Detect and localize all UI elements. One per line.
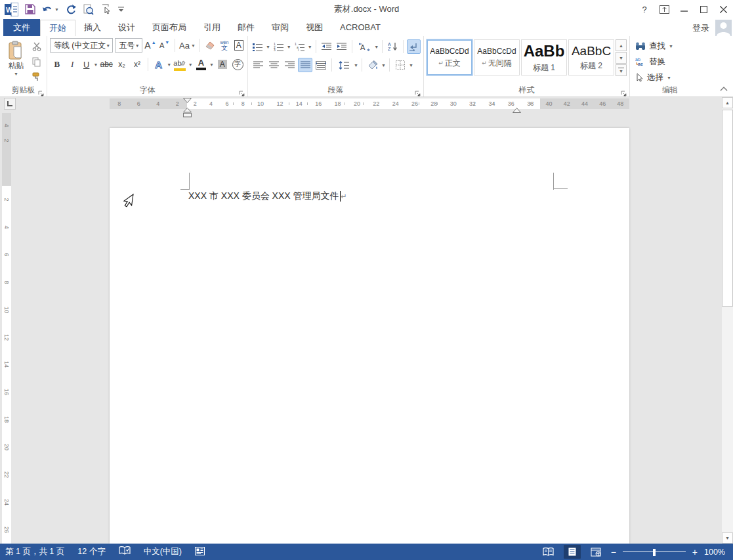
align-center-button[interactable] <box>266 58 281 72</box>
copy-button[interactable] <box>30 54 44 69</box>
bold-button[interactable]: B <box>50 57 64 72</box>
word-count[interactable]: 12 个字 <box>77 546 105 557</box>
zoom-slider[interactable] <box>623 548 686 556</box>
superscript-button[interactable]: x² <box>130 57 144 72</box>
close-button[interactable] <box>713 0 733 18</box>
subscript-button[interactable]: x₂ <box>115 57 129 72</box>
underline-button[interactable]: U <box>81 57 93 72</box>
borders-dropdown-icon[interactable]: ▼ <box>409 63 413 68</box>
scroll-up-button[interactable]: ▲ <box>722 97 733 108</box>
format-painter-button[interactable] <box>30 70 44 84</box>
document-text-line[interactable]: XXX 市 XXX 委员会 XXX 管理局文件↵ <box>188 190 347 202</box>
character-shading-button[interactable]: A <box>215 57 229 72</box>
clear-formatting-button[interactable] <box>204 38 217 53</box>
minimize-button[interactable] <box>674 0 694 18</box>
first-line-indent-marker[interactable] <box>183 98 192 103</box>
multilevel-list-button[interactable]: 1ai <box>293 39 306 54</box>
styles-dialog-launcher[interactable] <box>621 88 627 95</box>
print-preview-button[interactable] <box>83 4 94 15</box>
shading-dropdown-icon[interactable]: ▼ <box>381 63 386 68</box>
character-border-button[interactable]: A <box>232 38 245 53</box>
undo-button[interactable]: ▼ <box>42 5 59 14</box>
zoom-out-button[interactable]: − <box>611 547 616 557</box>
tab-acrobat[interactable]: ACROBAT <box>331 19 389 36</box>
customize-qat-button[interactable] <box>118 6 124 12</box>
underline-dropdown-icon[interactable]: ▼ <box>94 62 98 67</box>
style-no-spacing[interactable]: AaBbCcDd ↵无间隔 <box>474 39 520 75</box>
proofing-icon[interactable] <box>119 546 131 557</box>
tab-insert[interactable]: 插入 <box>75 19 110 36</box>
justify-button[interactable] <box>298 58 312 72</box>
tab-references[interactable]: 引用 <box>195 19 229 36</box>
styles-scroll-down-button[interactable]: ▼ <box>616 52 627 64</box>
collapse-ribbon-button[interactable] <box>720 82 728 94</box>
decrease-indent-button[interactable] <box>320 39 333 54</box>
zoom-level[interactable]: 100% <box>704 548 725 557</box>
clipboard-dialog-launcher[interactable] <box>38 88 45 95</box>
right-indent-marker[interactable] <box>513 108 521 113</box>
tab-mailings[interactable]: 邮件 <box>229 19 263 36</box>
help-button[interactable]: ? <box>635 0 654 18</box>
maximize-button[interactable] <box>694 0 713 18</box>
shading-button[interactable] <box>366 58 380 72</box>
zoom-in-button[interactable]: + <box>692 547 698 557</box>
find-button[interactable]: 查找▼ <box>633 38 707 54</box>
document-page[interactable]: XXX 市 XXX 委员会 XXX 管理局文件↵ <box>110 128 629 544</box>
text-effects-button[interactable]: A <box>152 57 165 72</box>
undo-dropdown-icon[interactable]: ▼ <box>54 7 59 12</box>
scrollbar-thumb[interactable] <box>722 110 733 307</box>
highlight-dropdown-icon[interactable]: ▼ <box>188 62 193 67</box>
ribbon-display-options-button[interactable] <box>654 0 674 18</box>
numbering-dropdown-icon[interactable]: ▼ <box>287 45 291 49</box>
style-heading2[interactable]: AaBbC 标题 2 <box>568 39 614 75</box>
tab-design[interactable]: 设计 <box>110 19 144 36</box>
zoom-handle[interactable] <box>653 549 656 556</box>
tab-view[interactable]: 视图 <box>297 19 331 36</box>
asian-layout-button[interactable]: A <box>355 39 373 54</box>
enclose-characters-button[interactable]: 字 <box>231 57 245 72</box>
styles-more-button[interactable]: ▼ <box>616 64 627 76</box>
change-case-button[interactable]: Aa▼ <box>179 38 196 53</box>
paste-button[interactable]: 粘贴 ▼ <box>3 38 30 76</box>
print-layout-button[interactable] <box>564 545 581 559</box>
tab-page-layout[interactable]: 页面布局 <box>144 19 195 36</box>
phonetic-guide-button[interactable]: wén文 <box>219 38 231 53</box>
redo-button[interactable] <box>66 4 76 14</box>
asian-layout-dropdown-icon[interactable]: ▼ <box>374 45 379 49</box>
read-mode-button[interactable] <box>540 545 557 559</box>
save-button[interactable] <box>25 4 35 14</box>
grow-font-button[interactable]: A▲ <box>144 38 157 53</box>
scroll-down-button[interactable]: ▼ <box>722 532 733 544</box>
tab-file[interactable]: 文件 <box>3 19 40 36</box>
highlight-color-button[interactable]: ab <box>173 57 186 72</box>
hanging-indent-marker[interactable] <box>183 108 192 118</box>
style-normal[interactable]: AaBbCcDd ↵正文 <box>427 39 472 75</box>
select-button[interactable]: 选择▼ <box>633 70 707 85</box>
bullets-dropdown-icon[interactable]: ▼ <box>266 45 270 49</box>
styles-scroll-up-button[interactable]: ▲ <box>616 39 627 51</box>
distribute-button[interactable] <box>314 58 328 72</box>
paste-dropdown-icon[interactable]: ▼ <box>14 72 18 76</box>
paragraph-dialog-launcher[interactable] <box>415 88 421 95</box>
line-spacing-button[interactable] <box>335 58 352 72</box>
cut-button[interactable] <box>30 39 44 54</box>
shrink-font-button[interactable]: A▼ <box>158 38 171 53</box>
tab-home[interactable]: 开始 <box>40 20 75 37</box>
web-layout-button[interactable] <box>587 545 604 559</box>
multilevel-dropdown-icon[interactable]: ▼ <box>308 45 312 49</box>
align-right-button[interactable] <box>282 58 297 72</box>
vertical-scrollbar[interactable]: ▲ ▼ <box>722 97 733 544</box>
font-name-combobox[interactable]: 等线 (中文正文▼ <box>50 38 113 53</box>
language-indicator[interactable]: 中文(中国) <box>144 546 182 557</box>
touch-mode-button[interactable] <box>100 4 112 14</box>
font-dialog-launcher[interactable] <box>239 88 245 95</box>
sign-in-link[interactable]: 登录 <box>692 22 709 34</box>
show-hide-marks-button[interactable] <box>407 39 421 54</box>
style-heading1[interactable]: AaBb 标题 1 <box>521 39 567 75</box>
text-effects-dropdown-icon[interactable]: ▼ <box>167 62 171 67</box>
font-size-combobox[interactable]: 五号▼ <box>115 38 142 53</box>
input-mode-icon[interactable] <box>195 547 205 557</box>
page-indicator[interactable]: 第 1 页，共 1 页 <box>5 546 64 557</box>
tab-selector[interactable] <box>4 98 16 110</box>
strikethrough-button[interactable]: abc <box>99 57 113 72</box>
